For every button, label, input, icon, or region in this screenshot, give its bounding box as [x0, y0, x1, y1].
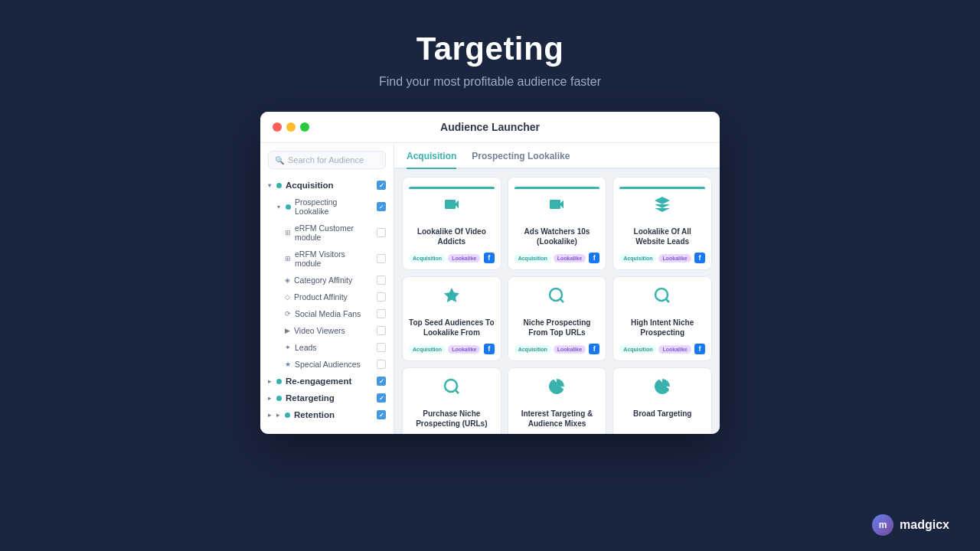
dot-maximize[interactable]	[300, 122, 309, 132]
pie-icon-card	[547, 377, 566, 404]
special-checkbox[interactable]	[377, 360, 386, 369]
card-top-seed-audiences[interactable]: Top Seed Audiences To Lookalike From Acq…	[402, 276, 501, 361]
pie-icon-card-2	[653, 377, 671, 404]
card-badges-5: Acquisition Lookalike f	[514, 344, 600, 354]
main-content: Acquisition Prospecting Lookalike Lookal…	[394, 143, 720, 434]
card-badges: Acquisition Lookalike f	[409, 253, 495, 263]
sidebar-item-product-affinity[interactable]: ◇ Product Affinity	[260, 289, 394, 305]
leads-icon: ✦	[285, 344, 291, 351]
sidebar-item-reengagement[interactable]: ▸ Re-engagement	[260, 373, 394, 390]
card-title-4: Top Seed Audiences To Lookalike From	[409, 318, 495, 337]
window-dots	[273, 122, 309, 132]
badge-acquisition-5: Acquisition	[514, 345, 551, 354]
tab-prospecting-lookalike[interactable]: Prospecting Lookalike	[472, 151, 570, 169]
card-title-9: Broad Targeting	[633, 409, 691, 419]
badge-acquisition: Acquisition	[409, 254, 446, 262]
badge-lookalike-6: Lookalike	[658, 345, 691, 354]
product-checkbox[interactable]	[377, 292, 386, 302]
card-lookalike-video-addicts[interactable]: Lookalike Of Video Addicts Acquisition L…	[402, 177, 501, 270]
svg-point-2	[445, 380, 457, 392]
sidebar-item-erfm-customer[interactable]: ⊞ eRFM Customer module	[260, 220, 394, 246]
sidebar-item-video-viewers[interactable]: ▶ Video Viewers	[260, 322, 394, 339]
reengagement-checkbox[interactable]	[377, 377, 386, 386]
card-title-5: Niche Prospecting From Top URLs	[514, 318, 600, 337]
sidebar-item-label: Special Audiences	[295, 360, 361, 369]
acquisition-checkbox[interactable]	[377, 181, 386, 190]
card-ads-watchers[interactable]: Ads Watchers 10s (Lookalike) Acquisition…	[508, 177, 607, 270]
facebook-icon-3: f	[694, 253, 705, 263]
sidebar-item-social-media-fans[interactable]: ⟳ Social Media Fans	[260, 305, 394, 322]
card-interest-targeting[interactable]: Interest Targeting & Audience Mixes Acqu…	[508, 367, 607, 434]
chevron-right-icon: ▸	[268, 378, 271, 385]
card-title-7: Purchase Niche Prospecting (URLs)	[409, 409, 495, 429]
card-title-8: Interest Targeting & Audience Mixes	[514, 409, 600, 429]
erfm-visitors-checkbox[interactable]	[377, 254, 386, 263]
module-icon: ⊞	[285, 229, 291, 236]
badge-lookalike: Lookalike	[448, 254, 480, 262]
sidebar-item-label: Social Media Fans	[295, 309, 361, 318]
sidebar-item-label: Re-engagement	[286, 377, 351, 386]
video-icon: ▶	[285, 327, 290, 334]
facebook-icon-6: f	[694, 344, 705, 354]
category-icon: ◈	[285, 276, 290, 284]
leads-checkbox[interactable]	[377, 343, 386, 352]
chevron-right-icon-2: ▸	[268, 395, 271, 402]
card-purchase-niche[interactable]: Purchase Niche Prospecting (URLs) Acquis…	[402, 367, 501, 434]
dot-close[interactable]	[273, 122, 282, 132]
facebook-icon-4: f	[484, 344, 495, 354]
chevron-down-icon-2: ▾	[277, 204, 280, 210]
retention-checkbox[interactable]	[377, 410, 386, 419]
madgicx-icon: m	[872, 514, 893, 536]
social-icon: ⟳	[285, 310, 291, 318]
tab-acquisition[interactable]: Acquisition	[407, 151, 456, 169]
madgicx-name: madgicx	[900, 518, 949, 532]
social-checkbox[interactable]	[377, 309, 386, 318]
window-body: 🔍 Search for Audience ▾ Acquisition ▾ Pr…	[260, 143, 720, 434]
tabs-bar: Acquisition Prospecting Lookalike	[394, 143, 720, 169]
sidebar-item-label: Product Affinity	[294, 292, 348, 302]
card-title-2: Ads Watchers 10s (Lookalike)	[514, 227, 600, 246]
sidebar-item-acquisition[interactable]: ▾ Acquisition	[260, 177, 394, 194]
card-lookalike-website-leads[interactable]: Lookalike Of All Website Leads Acquisiti…	[612, 177, 712, 270]
card-badges-3: Acquisition Lookalike f	[619, 253, 705, 263]
module-icon-2: ⊞	[285, 255, 291, 262]
card-badges-4: Acquisition Lookalike f	[409, 344, 495, 354]
sidebar-item-category-affinity[interactable]: ◈ Category Affinity	[260, 272, 394, 289]
badge-acquisition-6: Acquisition	[619, 345, 656, 354]
dot-minimize[interactable]	[286, 122, 296, 132]
sidebar-item-leads[interactable]: ✦ Leads	[260, 339, 394, 356]
chevron-right-icon-3: ▸	[268, 412, 271, 419]
prospecting-checkbox[interactable]	[377, 202, 386, 211]
card-top-bar	[409, 187, 495, 189]
sidebar-item-label: eRFM Visitors module	[295, 249, 373, 268]
sidebar-item-special-audiences[interactable]: ★ Special Audiences	[260, 356, 394, 373]
sidebar-item-retention[interactable]: ▸ ▸ Retention	[260, 406, 394, 423]
dot-teal-4	[276, 396, 282, 401]
sidebar-item-label: Category Affinity	[294, 276, 352, 285]
card-high-intent-niche[interactable]: High Intent Niche Prospecting Acquisitio…	[612, 276, 712, 361]
sidebar-item-label: Retention	[294, 410, 335, 419]
dot-teal-5	[285, 412, 290, 418]
cube-icon-card	[653, 195, 671, 222]
sidebar-item-erfm-visitors[interactable]: ⊞ eRFM Visitors module	[260, 246, 394, 272]
app-window: Audience Launcher 🔍 Search for Audience …	[260, 112, 720, 434]
card-title: Lookalike Of Video Addicts	[409, 227, 495, 246]
badge-acquisition-4: Acquisition	[409, 345, 446, 354]
erfm-customer-checkbox[interactable]	[377, 228, 386, 237]
badge-lookalike-2: Lookalike	[554, 254, 586, 262]
card-title-6: High Intent Niche Prospecting	[619, 318, 705, 337]
sidebar-item-prospecting-lookalike[interactable]: ▾ Prospecting Lookalike	[260, 194, 394, 220]
page-header: Targeting Find your most profitable audi…	[379, 31, 601, 89]
sidebar-item-retargeting[interactable]: ▸ Retargeting	[260, 390, 394, 406]
badge-lookalike-4: Lookalike	[448, 345, 480, 354]
page-title: Targeting	[379, 31, 601, 67]
card-top-bar-2	[514, 187, 600, 189]
card-niche-prospecting-urls[interactable]: Niche Prospecting From Top URLs Acquisit…	[508, 276, 607, 361]
category-checkbox[interactable]	[377, 276, 386, 285]
card-broad-targeting[interactable]: Broad Targeting Acquisition ⚡ f	[612, 367, 712, 434]
video-checkbox[interactable]	[377, 326, 386, 335]
page-subtitle: Find your most profitable audience faste…	[379, 75, 601, 89]
dot-teal-3	[276, 379, 282, 384]
search-box[interactable]: 🔍 Search for Audience	[268, 151, 386, 169]
retargeting-checkbox[interactable]	[377, 393, 386, 403]
